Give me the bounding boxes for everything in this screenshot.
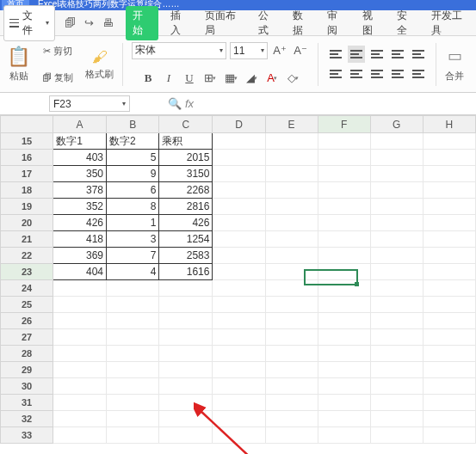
- col-A[interactable]: A: [53, 116, 107, 133]
- cell[interactable]: 7: [106, 248, 158, 264]
- cell[interactable]: 1254: [159, 231, 213, 248]
- brush-icon[interactable]: 🖌: [92, 48, 108, 66]
- file-menu-button[interactable]: 文件 ▾: [3, 5, 55, 41]
- name-box[interactable]: F23 ▾: [49, 95, 130, 112]
- align-top[interactable]: [327, 46, 344, 63]
- cell[interactable]: [370, 329, 423, 346]
- cell[interactable]: [318, 346, 370, 362]
- cell[interactable]: [106, 362, 158, 378]
- cell[interactable]: [265, 231, 318, 248]
- cell[interactable]: [423, 329, 475, 346]
- cell[interactable]: [423, 427, 475, 444]
- cell[interactable]: [265, 378, 318, 395]
- cell[interactable]: [370, 133, 423, 150]
- cell[interactable]: 6: [106, 182, 158, 199]
- row-header[interactable]: 31: [1, 395, 53, 411]
- cell[interactable]: [106, 427, 158, 444]
- cell[interactable]: [370, 362, 423, 378]
- cell[interactable]: [106, 378, 158, 395]
- row-header[interactable]: 27: [1, 329, 53, 346]
- cell[interactable]: [159, 346, 213, 362]
- row-header[interactable]: 25: [1, 297, 53, 313]
- row-header[interactable]: 16: [1, 150, 53, 166]
- cell[interactable]: [265, 133, 318, 150]
- fill-color-button[interactable]: ◢▾: [243, 70, 260, 87]
- cell[interactable]: [423, 395, 475, 411]
- border-button[interactable]: ⊞▾: [201, 70, 219, 87]
- cell[interactable]: [159, 280, 213, 297]
- row-header[interactable]: 18: [1, 182, 53, 199]
- cell[interactable]: [53, 362, 107, 378]
- cell[interactable]: [318, 280, 370, 297]
- cell[interactable]: [318, 264, 370, 280]
- cell[interactable]: [318, 133, 370, 150]
- cell[interactable]: [370, 313, 423, 329]
- cell[interactable]: [53, 346, 107, 362]
- cell[interactable]: [370, 150, 423, 166]
- cell[interactable]: 3150: [159, 166, 213, 182]
- cell[interactable]: [370, 182, 423, 199]
- col-C[interactable]: C: [159, 116, 213, 133]
- cell[interactable]: [370, 346, 423, 362]
- font-color-button[interactable]: A▾: [263, 70, 281, 87]
- cell[interactable]: [265, 215, 318, 231]
- tab-insert[interactable]: 插入: [167, 6, 193, 40]
- cell[interactable]: [318, 378, 370, 395]
- col-H[interactable]: H: [423, 116, 475, 133]
- row-header[interactable]: 15: [1, 133, 53, 150]
- cell[interactable]: [318, 313, 370, 329]
- font-size-select[interactable]: 11▾: [230, 42, 268, 59]
- cell[interactable]: [370, 411, 423, 427]
- cell[interactable]: [318, 395, 370, 411]
- cell[interactable]: 426: [53, 215, 107, 231]
- cell[interactable]: 8: [106, 199, 158, 215]
- cell[interactable]: [318, 411, 370, 427]
- cell[interactable]: [265, 411, 318, 427]
- cell-style-button[interactable]: ▦▾: [222, 70, 239, 87]
- cell[interactable]: [318, 362, 370, 378]
- cell[interactable]: [159, 378, 213, 395]
- cell[interactable]: [213, 182, 265, 199]
- select-all-corner[interactable]: [1, 116, 53, 133]
- cell[interactable]: [265, 150, 318, 166]
- row-header[interactable]: 26: [1, 313, 53, 329]
- cell[interactable]: 数字1: [53, 133, 107, 150]
- cell[interactable]: [318, 150, 370, 166]
- tab-security[interactable]: 安全: [393, 6, 419, 40]
- underline-button[interactable]: U: [181, 70, 198, 87]
- cell[interactable]: [370, 231, 423, 248]
- cell[interactable]: [265, 248, 318, 264]
- cell[interactable]: [53, 395, 107, 411]
- cell[interactable]: [318, 427, 370, 444]
- align-justify[interactable]: [389, 65, 406, 83]
- increase-indent[interactable]: [410, 46, 427, 63]
- cell[interactable]: [159, 313, 213, 329]
- cell[interactable]: [213, 280, 265, 297]
- cell[interactable]: [265, 346, 318, 362]
- cell[interactable]: [53, 329, 107, 346]
- save-icon[interactable]: 🗐: [64, 16, 77, 30]
- cell[interactable]: [318, 166, 370, 182]
- bold-button[interactable]: B: [139, 70, 157, 87]
- font-name-select[interactable]: 宋体▾: [132, 42, 226, 59]
- print-icon[interactable]: 🖶: [102, 16, 115, 30]
- tab-formula[interactable]: 公式: [255, 6, 281, 40]
- increase-font-icon[interactable]: A⁺: [271, 42, 288, 59]
- clear-format-button[interactable]: ◇▾: [284, 70, 301, 87]
- cell[interactable]: [106, 297, 158, 313]
- cell[interactable]: [53, 313, 107, 329]
- decrease-indent[interactable]: [389, 46, 406, 63]
- cell[interactable]: [159, 395, 213, 411]
- cell[interactable]: [265, 264, 318, 280]
- cell[interactable]: 426: [159, 215, 213, 231]
- cell[interactable]: [213, 313, 265, 329]
- cell[interactable]: [370, 280, 423, 297]
- col-G[interactable]: G: [370, 116, 423, 133]
- row-header[interactable]: 19: [1, 199, 53, 215]
- cell[interactable]: [53, 427, 107, 444]
- cell[interactable]: [265, 182, 318, 199]
- cell[interactable]: [106, 395, 158, 411]
- align-center[interactable]: [348, 65, 365, 83]
- cell[interactable]: [213, 133, 265, 150]
- cell[interactable]: 2583: [159, 248, 213, 264]
